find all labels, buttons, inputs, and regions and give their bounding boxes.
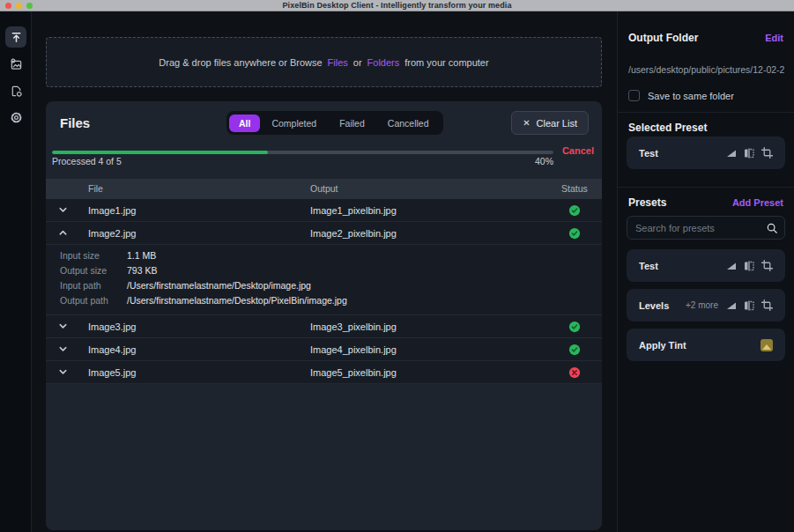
window-close-button[interactable] <box>5 3 11 9</box>
more-transforms-label: +2 more <box>686 300 718 310</box>
triangle-icon <box>726 261 737 271</box>
search-icon <box>766 222 778 234</box>
pixelbin-app-window: PixelBin Desktop Client - Intelligently … <box>0 0 794 532</box>
file-name: Image4.jpg <box>88 344 136 355</box>
check-circle-icon <box>568 227 581 240</box>
detail-label: Output size <box>60 265 107 276</box>
save-same-folder-label: Save to same folder <box>648 91 734 101</box>
table-row[interactable]: Image1.jpg Image1_pixelbin.jpg <box>46 199 602 222</box>
dropzone-text: or <box>353 57 362 68</box>
file-name: Image3.jpg <box>88 321 136 332</box>
file-name: Image1.jpg <box>88 205 136 216</box>
preset-name: Levels <box>639 300 669 311</box>
tab-failed[interactable]: Failed <box>328 115 376 132</box>
sidebar-item-upload[interactable] <box>5 26 26 48</box>
table-row[interactable]: Image3.jpg Image3_pixelbin.jpg <box>46 315 602 338</box>
progress-bar-fill <box>52 151 268 154</box>
window-title: PixelBin Desktop Client - Intelligently … <box>0 0 794 11</box>
selected-preset-title: Selected Preset <box>628 122 707 134</box>
check-circle-icon <box>568 204 581 217</box>
window-zoom-button[interactable] <box>26 3 33 9</box>
file-name: Image5.jpg <box>88 367 136 378</box>
chevron-down-icon[interactable] <box>58 367 68 377</box>
tab-completed[interactable]: Completed <box>260 115 328 132</box>
preset-card-levels[interactable]: Levels +2 more <box>627 289 785 321</box>
image-gear-icon <box>10 58 23 71</box>
chevron-down-icon[interactable] <box>58 205 68 215</box>
section-divider <box>618 112 794 113</box>
triangle-icon <box>726 300 737 311</box>
sidebar-item-file-settings[interactable] <box>5 80 26 101</box>
edit-output-folder-link[interactable]: Edit <box>765 33 783 43</box>
files-table: File Output Status Image1.jpg Image1_pix… <box>46 179 602 384</box>
chevron-down-icon[interactable] <box>58 321 68 331</box>
progress-percent-label: 40% <box>535 156 553 166</box>
output-name: Image1_pixelbin.jpg <box>310 205 397 216</box>
add-preset-link[interactable]: Add Preset <box>732 197 783 208</box>
browse-files-link[interactable]: Files <box>328 57 348 68</box>
save-same-folder-row: Save to same folder <box>628 90 734 101</box>
output-name: Image3_pixelbin.jpg <box>310 321 397 332</box>
output-folder-header: Output Folder Edit <box>628 32 783 44</box>
detail-value: /Users/firstnamelastname/Desktop/PixelBi… <box>127 295 347 306</box>
preset-card-apply-tint[interactable]: Apply Tint <box>627 329 785 361</box>
progress-bar <box>52 151 553 154</box>
detail-value: 1.1 MB <box>127 250 156 261</box>
titlebar: PixelBin Desktop Client - Intelligently … <box>0 0 794 11</box>
detail-label: Input size <box>60 250 100 261</box>
check-circle-icon <box>568 344 581 356</box>
output-name: Image2_pixelbin.jpg <box>310 228 397 239</box>
presets-title: Presets <box>628 196 666 209</box>
preset-transform-icons <box>726 147 773 159</box>
cancel-processing-link[interactable]: Cancel <box>562 145 594 156</box>
gear-icon <box>10 111 23 124</box>
preset-card-test[interactable]: Test <box>627 249 785 282</box>
compare-icon <box>744 300 754 311</box>
crop-icon <box>761 299 773 311</box>
tab-all[interactable]: All <box>229 115 260 132</box>
detail-value: 793 KB <box>127 265 157 276</box>
selected-preset-card[interactable]: Test <box>627 137 785 169</box>
selected-preset-header: Selected Preset <box>628 122 783 134</box>
output-name: Image4_pixelbin.jpg <box>310 344 397 355</box>
right-panel: Output Folder Edit /users/desktop/public… <box>617 11 794 532</box>
table-row[interactable]: Image4.jpg Image4_pixelbin.jpg <box>46 338 602 361</box>
row-details: Input size 1.1 MB Output size 793 KB Inp… <box>46 245 602 315</box>
preset-search-input[interactable] <box>635 223 761 233</box>
crop-icon <box>761 147 773 159</box>
file-name: Image2.jpg <box>88 228 136 239</box>
table-row[interactable]: Image2.jpg Image2_pixelbin.jpg <box>46 222 602 245</box>
browse-folders-link[interactable]: Folders <box>367 57 400 68</box>
compare-icon <box>744 261 754 271</box>
files-panel-title: Files <box>60 115 90 130</box>
column-header-output: Output <box>310 183 338 194</box>
preset-transform-icons <box>726 260 773 271</box>
tab-cancelled[interactable]: Cancelled <box>376 115 441 132</box>
detail-label: Input path <box>60 280 101 291</box>
progress-labels: Processed 4 of 5 40% <box>52 156 553 166</box>
compare-icon <box>744 148 754 159</box>
chevron-down-icon[interactable] <box>58 344 68 354</box>
dropzone[interactable]: Drag & drop files anywhere or Browse Fil… <box>46 37 602 87</box>
preset-name: Apply Tint <box>639 340 686 351</box>
detail-label: Output path <box>60 295 108 306</box>
output-folder-path: /users/desktop/public/pictures/12-02-202… <box>628 64 784 75</box>
column-header-file: File <box>88 183 103 194</box>
preset-transform-icons: +2 more <box>686 299 773 311</box>
preset-transform-icons <box>761 339 773 351</box>
sidebar-item-settings[interactable] <box>5 107 26 128</box>
chevron-up-icon[interactable] <box>58 228 68 238</box>
column-header-status: Status <box>561 183 588 194</box>
preset-name: Test <box>639 261 658 271</box>
save-same-folder-checkbox[interactable] <box>628 90 640 101</box>
clear-list-button[interactable]: ✕ Clear List <box>511 111 589 135</box>
output-name: Image5_pixelbin.jpg <box>310 367 397 378</box>
window-minimize-button[interactable] <box>16 3 22 9</box>
x-circle-icon <box>568 366 581 379</box>
table-header: File Output Status <box>46 179 602 199</box>
filter-tabs: All Completed Failed Cancelled <box>226 111 443 135</box>
sidebar-item-image-presets[interactable] <box>5 54 26 75</box>
section-divider <box>618 187 794 188</box>
clear-list-label: Clear List <box>537 118 577 129</box>
table-row[interactable]: Image5.jpg Image5_pixelbin.jpg <box>46 361 602 384</box>
